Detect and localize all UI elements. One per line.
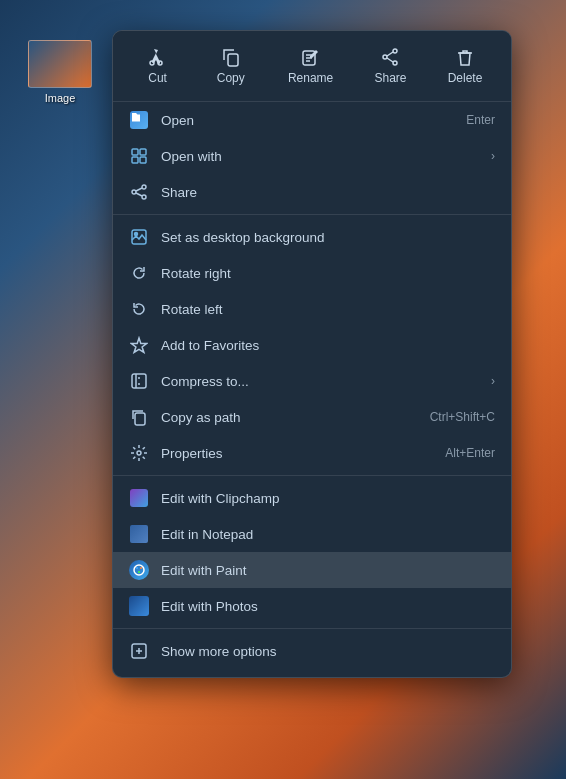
- svg-rect-17: [135, 413, 145, 425]
- menu-item-compress[interactable]: Compress to... ›: [113, 363, 511, 399]
- open-shortcut: Enter: [466, 113, 495, 127]
- rotate-left-icon: [129, 299, 149, 319]
- menu-item-rotate-right[interactable]: Rotate right: [113, 255, 511, 291]
- share-menu-icon: [129, 182, 149, 202]
- svg-rect-7: [132, 149, 138, 155]
- more-options-label: Show more options: [161, 644, 277, 659]
- clipchamp-icon: [129, 488, 149, 508]
- add-favorites-icon: [129, 335, 149, 355]
- icon-thumbnail: [28, 40, 92, 88]
- open-label: Open: [161, 113, 194, 128]
- copy-path-icon: [129, 407, 149, 427]
- properties-shortcut: Alt+Enter: [445, 446, 495, 460]
- menu-item-edit-clipchamp[interactable]: Edit with Clipchamp: [113, 480, 511, 516]
- divider-2: [113, 475, 511, 476]
- rename-label: Rename: [288, 71, 333, 85]
- more-options-icon: [129, 641, 149, 661]
- svg-rect-2: [228, 54, 238, 66]
- open-with-icon: [129, 146, 149, 166]
- share-button[interactable]: Share: [358, 41, 422, 91]
- menu-item-rotate-left[interactable]: Rotate left: [113, 291, 511, 327]
- compress-icon: [129, 371, 149, 391]
- menu-item-share[interactable]: Share: [113, 174, 511, 210]
- paint-icon: [129, 560, 149, 580]
- svg-point-4: [393, 49, 397, 53]
- svg-rect-10: [140, 157, 146, 163]
- add-favorites-label: Add to Favorites: [161, 338, 259, 353]
- svg-rect-8: [140, 149, 146, 155]
- open-with-label: Open with: [161, 149, 222, 164]
- menu-item-add-favorites[interactable]: Add to Favorites: [113, 327, 511, 363]
- context-menu: Cut Copy Rename Share: [112, 30, 512, 678]
- menu-item-copy-path[interactable]: Copy as path Ctrl+Shift+C: [113, 399, 511, 435]
- properties-label: Properties: [161, 446, 223, 461]
- menu-item-edit-photos[interactable]: Edit with Photos: [113, 588, 511, 624]
- rotate-right-label: Rotate right: [161, 266, 231, 281]
- svg-point-13: [132, 190, 136, 194]
- rename-icon: [301, 47, 321, 67]
- edit-clipchamp-label: Edit with Clipchamp: [161, 491, 280, 506]
- rename-button[interactable]: Rename: [272, 41, 349, 91]
- compress-label: Compress to...: [161, 374, 249, 389]
- edit-notepad-label: Edit in Notepad: [161, 527, 253, 542]
- copy-button[interactable]: Copy: [199, 41, 263, 91]
- share-menu-label: Share: [161, 185, 197, 200]
- open-icon: [129, 110, 149, 130]
- svg-rect-16: [132, 374, 146, 388]
- menu-item-properties[interactable]: Properties Alt+Enter: [113, 435, 511, 471]
- svg-point-18: [137, 451, 141, 455]
- svg-point-21: [140, 567, 142, 569]
- copy-path-shortcut: Ctrl+Shift+C: [430, 410, 495, 424]
- menu-item-open[interactable]: Open Enter: [113, 102, 511, 138]
- delete-button[interactable]: Delete: [432, 41, 499, 91]
- set-bg-label: Set as desktop background: [161, 230, 325, 245]
- icon-label: Image: [45, 92, 76, 104]
- svg-point-20: [136, 567, 138, 569]
- delete-label: Delete: [448, 71, 483, 85]
- compress-arrow: ›: [491, 374, 495, 388]
- svg-point-5: [393, 61, 397, 65]
- share-icon: [380, 47, 400, 67]
- delete-icon: [455, 47, 475, 67]
- open-with-arrow: ›: [491, 149, 495, 163]
- divider-3: [113, 628, 511, 629]
- svg-point-12: [142, 195, 146, 199]
- rotate-right-icon: [129, 263, 149, 283]
- svg-point-22: [138, 571, 140, 573]
- copy-label: Copy: [217, 71, 245, 85]
- divider-1: [113, 214, 511, 215]
- svg-rect-9: [132, 157, 138, 163]
- photos-icon: [129, 596, 149, 616]
- menu-item-open-with[interactable]: Open with ›: [113, 138, 511, 174]
- svg-point-6: [383, 55, 387, 59]
- cut-button[interactable]: Cut: [126, 41, 190, 91]
- copy-icon: [221, 47, 241, 67]
- rotate-left-label: Rotate left: [161, 302, 223, 317]
- context-toolbar: Cut Copy Rename Share: [113, 31, 511, 102]
- edit-photos-label: Edit with Photos: [161, 599, 258, 614]
- properties-icon: [129, 443, 149, 463]
- share-label: Share: [374, 71, 406, 85]
- menu-item-more-options[interactable]: Show more options: [113, 633, 511, 669]
- edit-paint-label: Edit with Paint: [161, 563, 247, 578]
- copy-path-label: Copy as path: [161, 410, 241, 425]
- set-bg-icon: [129, 227, 149, 247]
- svg-point-11: [142, 185, 146, 189]
- menu-item-set-bg[interactable]: Set as desktop background: [113, 219, 511, 255]
- svg-point-19: [134, 565, 144, 575]
- svg-point-15: [135, 233, 138, 236]
- svg-point-0: [150, 61, 154, 65]
- menu-item-edit-notepad[interactable]: Edit in Notepad: [113, 516, 511, 552]
- menu-item-edit-paint[interactable]: Edit with Paint: [113, 552, 511, 588]
- desktop-icon[interactable]: Image: [20, 40, 100, 104]
- cut-label: Cut: [148, 71, 167, 85]
- notepad-icon: [129, 524, 149, 544]
- cut-icon: [148, 47, 168, 67]
